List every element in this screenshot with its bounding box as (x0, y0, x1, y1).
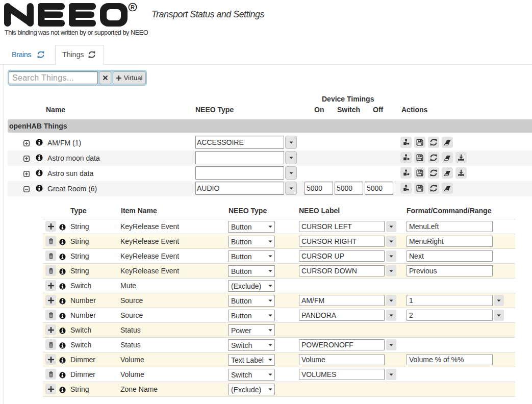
svg-text:R: R (131, 4, 135, 10)
